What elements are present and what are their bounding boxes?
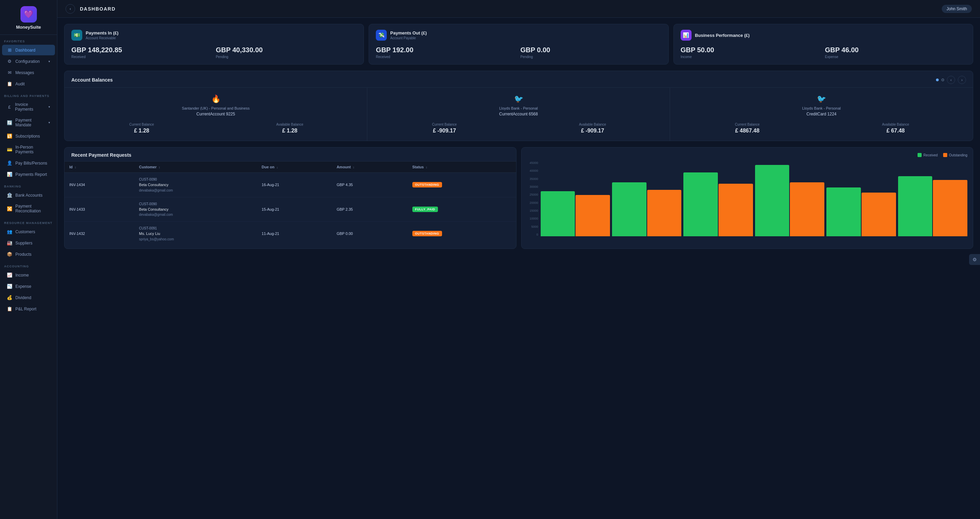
col-amount[interactable]: Amount ↕ (332, 161, 407, 173)
payments-in-title: Payments In (£) (86, 30, 118, 35)
sidebar-item-configuration[interactable]: ⚙ Configuration ▾ (2, 56, 55, 67)
lloyds2-logo: 🐦 (817, 95, 826, 103)
next-button[interactable]: › (958, 76, 966, 84)
table-row[interactable]: INV-1433 CUST-0090 Beta Consultancy deva… (65, 197, 516, 221)
pending-label: Pending (216, 55, 357, 59)
expense-value: GBP 46.00 Expense (825, 46, 966, 59)
sidebar-item-label: Dashboard (15, 48, 35, 53)
back-button[interactable]: ‹ (65, 4, 75, 14)
in-person-icon: 💳 (7, 147, 12, 152)
sidebar-item-invoice-payments[interactable]: £ Invoice Payments ▾ (2, 99, 55, 115)
col-due-on[interactable]: Due on ↓ (257, 161, 332, 173)
chart-section: Received Outstanding 4500040000350003000… (521, 147, 974, 249)
settings-button[interactable]: ⚙ (969, 254, 980, 265)
app-name: MoneySuite (16, 25, 41, 30)
account-balances-title: Account Balances (72, 77, 113, 83)
subscriptions-icon: 🔁 (7, 134, 12, 139)
col-customer[interactable]: Customer ↕ (134, 161, 257, 173)
bottom-grid: Recent Payment Requests Id ↕ Customer ↕ … (64, 147, 973, 249)
sidebar-item-label: Suppliers (15, 241, 32, 245)
sidebar-item-label: Payment Reconciliation (15, 204, 50, 213)
out-received-label: Received (376, 55, 517, 59)
sidebar-item-label: Products (15, 252, 32, 257)
sidebar-item-expense[interactable]: 📉 Expense (2, 281, 55, 291)
lloyds1-logo: 🐦 (514, 95, 523, 103)
user-menu[interactable]: John Smith (942, 5, 972, 13)
business-performance-card: 📊 Business Performance (£) GBP 50.00 Inc… (673, 24, 973, 65)
sidebar-item-dashboard[interactable]: ⊞ Dashboard (2, 45, 55, 55)
y-axis-label: 40000 (530, 169, 538, 172)
sidebar-item-income[interactable]: 📈 Income (2, 270, 55, 280)
sidebar-item-suppliers[interactable]: 🏭 Suppliers (2, 238, 55, 248)
dot-active[interactable] (936, 78, 939, 81)
lloyds2-bank-name: Lloyds Bank - Personal (802, 106, 841, 110)
received-legend-label: Received (923, 153, 938, 157)
sidebar-item-audit[interactable]: 📋 Audit (2, 78, 55, 89)
lloyds2-account: CreditCard 1224 (806, 111, 836, 116)
sidebar-item-label: Configuration (15, 59, 40, 64)
payments-in-card: 💵 Payments In (£) Account Receivable GBP… (64, 24, 364, 65)
bar-group (612, 182, 681, 236)
table-row[interactable]: INV-1434 CUST-0090 Beta Consultancy deva… (65, 173, 516, 197)
payments-table: Id ↕ Customer ↕ Due on ↓ Amount ↕ Status… (65, 161, 516, 246)
favorites-label: FAVORITES (0, 35, 57, 45)
received-label: Received (72, 55, 212, 59)
chevron-down-icon: ▾ (48, 60, 50, 63)
cell-status: OUTSTANDING (407, 221, 516, 246)
logo-icon: 💜 (21, 6, 37, 22)
bar-group (755, 165, 824, 236)
legend-outstanding: Outstanding (943, 153, 967, 157)
cell-customer: CUST-0090 Beta Consultancy devabaka@gmai… (134, 197, 257, 221)
received-bar (683, 172, 718, 236)
cell-status: OUTSTANDING (407, 173, 516, 197)
metric-header: 📊 Business Performance (£) (681, 30, 966, 41)
accounting-label: ACCOUNTING (0, 260, 57, 269)
sidebar-item-messages[interactable]: ✉ Messages (2, 67, 55, 78)
sidebar-item-label: Bank Accounts (15, 193, 42, 198)
status-badge: FULLY_PAID (412, 207, 438, 212)
sidebar-item-in-person[interactable]: 💳 In-Person Payments (2, 142, 55, 157)
y-axis: 4500040000350003000025000200001500010000… (527, 161, 540, 236)
metric-values: GBP 192.00 Received GBP 0.00 Pending (376, 46, 661, 59)
sidebar-item-payments-report[interactable]: 📊 Payments Report (2, 169, 55, 180)
payments-out-subtitle: Account Payable (390, 36, 427, 40)
col-status[interactable]: Status ↕ (407, 161, 516, 173)
table-row[interactable]: INV-1432 CUST-0091 Ms. Lucy Liu spriya_b… (65, 221, 516, 246)
sidebar-item-pl-report[interactable]: 📋 P&L Report (2, 304, 55, 314)
dashboard-icon: ⊞ (7, 48, 12, 53)
sidebar-item-products[interactable]: 📦 Products (2, 249, 55, 260)
sidebar-item-label: Income (15, 273, 29, 278)
available-balance-item: Available Balance £ 67.48 (827, 123, 965, 134)
cell-due-on: 15-Aug-21 (257, 197, 332, 221)
status-badge: OUTSTANDING (412, 231, 442, 236)
pending-amount: GBP 40,330.00 (216, 46, 357, 54)
outstanding-dot (943, 153, 947, 157)
sidebar-item-pay-bills[interactable]: 👤 Pay Bills/Persons (2, 158, 55, 168)
invoice-icon: £ (7, 105, 12, 110)
out-received-amount: GBP 192.00 (376, 46, 517, 54)
sidebar-item-subscriptions[interactable]: 🔁 Subscriptions (2, 131, 55, 142)
santander-bank-name: Santander (UK) - Personal and Business (182, 106, 250, 110)
balance-card-lloyds1: 🐦 Lloyds Bank - Personal CurrentAccount … (367, 88, 670, 141)
metric-values: GBP 50.00 Income GBP 46.00 Expense (681, 46, 966, 59)
cell-amount: GBP 2.35 (332, 197, 407, 221)
y-axis-label: 10000 (530, 217, 538, 220)
sidebar-item-label: Dividend (15, 295, 32, 300)
balance-card-santander: 🔥 Santander (UK) - Personal and Business… (65, 88, 367, 141)
sidebar-item-payment-reconciliation[interactable]: 🔀 Payment Reconciliation (2, 201, 55, 216)
sidebar-item-dividend[interactable]: 💰 Dividend (2, 292, 55, 303)
sidebar-item-customers[interactable]: 👥 Customers (2, 226, 55, 237)
dot-inactive[interactable] (942, 78, 944, 81)
bank-icon: 🏦 (7, 193, 12, 198)
billing-label: BILLING AND PAYMENTS (0, 89, 57, 99)
outstanding-bar (647, 190, 682, 236)
outstanding-bar (862, 193, 896, 236)
cell-customer: CUST-0091 Ms. Lucy Liu spriya_bs@yahoo.c… (134, 221, 257, 246)
section-controls: ‹ › (936, 76, 966, 84)
lloyds1-bank-name: Lloyds Bank - Personal (499, 106, 538, 110)
prev-button[interactable]: ‹ (947, 76, 955, 84)
col-id[interactable]: Id ↕ (65, 161, 134, 173)
received-bar (612, 182, 646, 236)
sidebar-item-bank-accounts[interactable]: 🏦 Bank Accounts (2, 190, 55, 201)
sidebar-item-payment-mandate[interactable]: 🔄 Payment Mandate ▾ (2, 115, 55, 130)
